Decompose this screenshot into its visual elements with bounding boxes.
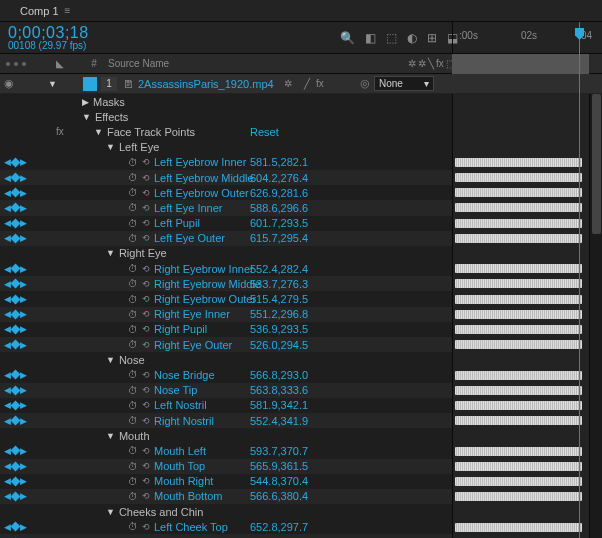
expand-toggle[interactable]: ▼	[106, 248, 115, 258]
property-name[interactable]: Right Pupil	[154, 323, 207, 335]
property-value[interactable]: 581.9,342.1	[250, 399, 308, 411]
property-value[interactable]: 652.8,297.7	[250, 521, 308, 533]
property-value[interactable]: 588.6,296.6	[250, 202, 308, 214]
stopwatch-icon[interactable]: ⏱	[128, 202, 138, 213]
keyframe-track[interactable]	[455, 462, 582, 471]
link-icon[interactable]: ⟲	[142, 203, 150, 213]
keyframe-track[interactable]	[455, 340, 582, 349]
stopwatch-icon[interactable]: ⏱	[128, 187, 138, 198]
link-icon[interactable]: ⟲	[142, 264, 150, 274]
property-value[interactable]: 544.8,370.4	[250, 475, 308, 487]
stopwatch-icon[interactable]: ⏱	[128, 263, 138, 274]
property-name[interactable]: Right Eyebrow Outer	[154, 293, 256, 305]
search-icon[interactable]: 🔍	[340, 31, 355, 45]
property-name[interactable]: Left Eyebrow Inner	[154, 156, 246, 168]
link-icon[interactable]: ⟲	[142, 218, 150, 228]
effect-name[interactable]: Face Track Points	[107, 126, 195, 138]
property-value[interactable]: 593.7,370.7	[250, 445, 308, 457]
playhead[interactable]	[579, 22, 580, 538]
keyframe-track[interactable]	[455, 401, 582, 410]
property-name[interactable]: Right Eyebrow Middle	[154, 278, 261, 290]
shy-icon[interactable]: ◣	[56, 58, 64, 69]
keyframe-track[interactable]	[455, 523, 582, 532]
link-icon[interactable]: ⟲	[142, 416, 150, 426]
link-icon[interactable]: ⟲	[142, 340, 150, 350]
property-value[interactable]: 552.4,282.4	[250, 263, 308, 275]
property-value[interactable]: 581.5,282.1	[250, 156, 308, 168]
stopwatch-icon[interactable]: ⏱	[128, 385, 138, 396]
property-value[interactable]: 615.7,295.4	[250, 232, 308, 244]
stopwatch-icon[interactable]: ⏱	[128, 461, 138, 472]
stopwatch-icon[interactable]: ⏱	[128, 157, 138, 168]
layer-color-chip[interactable]	[83, 77, 97, 91]
keyframe-track[interactable]	[455, 188, 582, 197]
property-name[interactable]: Right Nostril	[154, 415, 214, 427]
property-name[interactable]: Mouth Top	[154, 460, 205, 472]
expand-toggle[interactable]: ▼	[94, 127, 103, 137]
link-icon[interactable]: ⟲	[142, 461, 150, 471]
expand-toggle[interactable]: ▼	[106, 355, 115, 365]
group-label[interactable]: Right Eye	[119, 247, 167, 259]
switch-icon[interactable]: ╱	[304, 78, 310, 89]
property-value[interactable]: 536.9,293.5	[250, 323, 308, 335]
keyframe-track[interactable]	[455, 492, 582, 501]
keyframe-track[interactable]	[455, 447, 582, 456]
link-icon[interactable]: ⟲	[142, 157, 150, 167]
property-value[interactable]: 626.9,281.6	[250, 187, 308, 199]
tab-menu-icon[interactable]: ≡	[65, 5, 71, 16]
link-icon[interactable]: ⟲	[142, 400, 150, 410]
property-value[interactable]: 552.4,341.9	[250, 415, 308, 427]
group-label[interactable]: Effects	[95, 111, 128, 123]
link-icon[interactable]: ⟲	[142, 173, 150, 183]
link-icon[interactable]: ⟲	[142, 370, 150, 380]
property-name[interactable]: Left Eye Outer	[154, 232, 225, 244]
stopwatch-icon[interactable]: ⏱	[128, 172, 138, 183]
keyframe-track[interactable]	[455, 325, 582, 334]
expand-toggle[interactable]: ▼	[106, 142, 115, 152]
property-value[interactable]: 566.6,380.4	[250, 490, 308, 502]
stopwatch-icon[interactable]: ⏱	[128, 369, 138, 380]
group-label[interactable]: Cheeks and Chin	[119, 506, 203, 518]
link-icon[interactable]: ⟲	[142, 446, 150, 456]
stopwatch-icon[interactable]: ⏱	[128, 339, 138, 350]
keyframe-track[interactable]	[455, 158, 582, 167]
property-name[interactable]: Right Eyebrow Inner	[154, 263, 254, 275]
keyframe-track[interactable]	[455, 477, 582, 486]
stopwatch-icon[interactable]: ⏱	[128, 491, 138, 502]
scrollbar-thumb[interactable]	[592, 94, 601, 234]
tool-icon[interactable]: ◧	[365, 31, 376, 45]
keyframe-track[interactable]	[455, 371, 582, 380]
property-name[interactable]: Left Pupil	[154, 217, 200, 229]
stopwatch-icon[interactable]: ⏱	[128, 445, 138, 456]
property-name[interactable]: Mouth Right	[154, 475, 213, 487]
keyframe-track[interactable]	[455, 416, 582, 425]
keyframe-track[interactable]	[455, 295, 582, 304]
group-label[interactable]: Nose	[119, 354, 145, 366]
property-value[interactable]: 526.0,294.5	[250, 339, 308, 351]
expand-toggle[interactable]: ▼	[82, 112, 91, 122]
property-value[interactable]: 601.7,293.5	[250, 217, 308, 229]
stopwatch-icon[interactable]: ⏱	[128, 233, 138, 244]
link-icon[interactable]: ⟲	[142, 385, 150, 395]
property-name[interactable]: Nose Bridge	[154, 369, 215, 381]
expand-toggle[interactable]: ▼	[106, 431, 115, 441]
visibility-toggle-icon[interactable]: ◉	[0, 77, 18, 90]
property-name[interactable]: Left Nostril	[154, 399, 207, 411]
stopwatch-icon[interactable]: ⏱	[128, 324, 138, 335]
layer-duration-bar[interactable]	[452, 54, 589, 74]
stopwatch-icon[interactable]: ⏱	[128, 400, 138, 411]
link-icon[interactable]: ⟲	[142, 491, 150, 501]
time-ruler[interactable]: :00s 02s 04	[452, 22, 602, 54]
pickwhip-icon[interactable]: ◎	[360, 77, 370, 90]
group-label[interactable]: Left Eye	[119, 141, 159, 153]
property-value[interactable]: 533.7,276.3	[250, 278, 308, 290]
expand-toggle[interactable]: ▼	[106, 507, 115, 517]
link-icon[interactable]: ⟲	[142, 522, 150, 532]
expand-toggle[interactable]: ▼	[48, 79, 57, 89]
keyframe-track[interactable]	[455, 234, 582, 243]
property-name[interactable]: Mouth Left	[154, 445, 206, 457]
keyframe-track[interactable]	[455, 279, 582, 288]
reset-link[interactable]: Reset	[250, 126, 279, 138]
property-value[interactable]: 565.9,361.5	[250, 460, 308, 472]
expand-toggle[interactable]: ▶	[82, 97, 89, 107]
